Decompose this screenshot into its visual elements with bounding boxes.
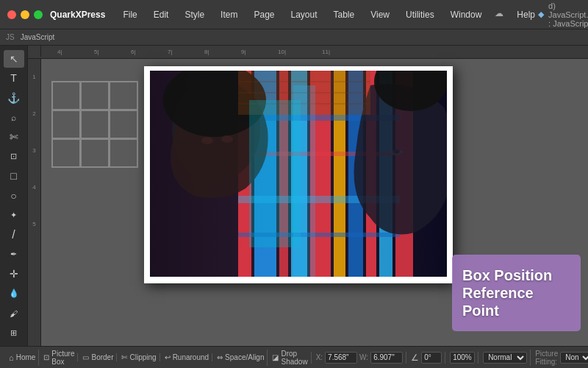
runaround-label: Runaround	[173, 353, 209, 361]
tool-pointer[interactable]: ↖	[4, 50, 24, 68]
ruler-mark: 10|	[278, 49, 286, 55]
grid-box[interactable]	[109, 138, 138, 168]
drop-shadow-label: Drop Shadow	[281, 350, 307, 366]
tool-link[interactable]: ⚓	[4, 89, 24, 107]
grid-box[interactable]	[80, 110, 110, 139]
w-input[interactable]	[370, 352, 403, 364]
w-label: W:	[359, 353, 368, 361]
tool-eyedropper[interactable]: 💧	[4, 285, 24, 302]
ruler-mark: 9|	[241, 49, 246, 55]
menu-utilities[interactable]: Utilities	[403, 8, 437, 21]
main-content: ↖ T ⚓ ⌕ ✄ ⊡ □ ○ ✦ / ✒ ✛ 💧 🖌 ⊞ 4| 5| 6| 7…	[0, 46, 588, 346]
clipping-label: Clipping	[129, 353, 156, 361]
menu-help[interactable]: Help	[514, 8, 538, 21]
picture-box-label: Picture Box	[51, 350, 74, 366]
clipping-icon: ✄	[121, 353, 127, 361]
ruler-mark: 6|	[131, 49, 136, 55]
svg-point-18	[221, 135, 233, 143]
ruler-mark: 4|	[57, 49, 62, 55]
tool-text[interactable]: T	[4, 70, 24, 88]
status-picture-box: ⊡ Picture Box	[38, 350, 74, 366]
x-input[interactable]	[325, 352, 357, 364]
space-align-icon: ⇔	[217, 353, 223, 361]
close-button[interactable]	[7, 10, 16, 19]
ruler-mark: 8|	[204, 49, 209, 55]
ruler-v-mark: 5	[32, 221, 35, 227]
tool-brush[interactable]: 🖌	[4, 305, 24, 322]
status-angle: ∠	[406, 352, 442, 364]
runaround-icon: ↩	[165, 353, 171, 361]
tool-circle[interactable]: ○	[4, 187, 24, 205]
ruler-v-mark: 4	[32, 184, 35, 191]
space-align-label: Space/Align	[225, 353, 264, 361]
status-normal: Normal Multiply	[478, 352, 527, 364]
tool-pen[interactable]: ✒	[4, 246, 24, 263]
svg-point-20	[392, 149, 400, 154]
status-clipping: ✄ Clipping	[116, 353, 156, 361]
ruler-top: 4| 5| 6| 7| 8| 9| 10| 11|	[28, 46, 588, 59]
statusbar: ⌂ Home ⊡ Picture Box ▭ Border ✄ Clipping…	[0, 346, 588, 368]
art-canvas	[150, 71, 447, 277]
drop-shadow-icon: ◪	[272, 353, 279, 361]
border-label: Border	[91, 353, 113, 361]
border-icon: ▭	[82, 353, 89, 361]
menu-window[interactable]: Window	[448, 8, 485, 21]
grid-box[interactable]	[109, 81, 138, 110]
grid-box[interactable]	[51, 110, 81, 139]
home-label: Home	[16, 353, 36, 361]
ruler-v-mark: 2	[32, 110, 35, 117]
ruler-v-mark: 3	[32, 147, 35, 154]
tool-picture[interactable]: ⊡	[4, 148, 24, 166]
menu-view[interactable]: View	[368, 8, 392, 21]
tool-move[interactable]: ✛	[4, 266, 24, 283]
app-title: QuarkXPress	[50, 10, 105, 20]
js-label: JavaScript	[21, 33, 55, 41]
menu-bar: File Edit Style Item Page Layout Table V…	[120, 8, 538, 21]
menu-edit[interactable]: Edit	[151, 8, 172, 21]
ruler-v-mark: 1	[32, 74, 35, 80]
tool-zoom[interactable]: ⌕	[4, 109, 24, 127]
picture-fitting-label: Picture Fitting:	[535, 350, 558, 366]
artwork-image[interactable]	[150, 71, 447, 277]
grid-box[interactable]	[109, 110, 138, 139]
canvas-area: 4| 5| 6| 7| 8| 9| 10| 11| 1 2 3 4 5	[28, 46, 588, 346]
svg-rect-26	[293, 85, 315, 277]
grid-box[interactable]	[80, 138, 110, 168]
grid-box[interactable]	[51, 81, 81, 110]
minimize-button[interactable]	[21, 10, 29, 19]
menu-table[interactable]: Table	[331, 8, 358, 21]
menu-layout[interactable]: Layout	[287, 8, 320, 21]
tool-scissors[interactable]: ✄	[4, 128, 24, 146]
status-drop-shadow: ◪ Drop Shadow	[267, 350, 307, 366]
menu-item[interactable]: Item	[218, 8, 240, 21]
ruler-mark: 5|	[94, 49, 99, 55]
ruler-left: 1 2 3 4 5	[28, 59, 41, 346]
normal-select[interactable]: Normal Multiply	[483, 352, 527, 364]
secondary-toolbar: JS JavaScript	[0, 29, 588, 46]
js-icon: JS	[6, 33, 15, 41]
ruler-mark: 7|	[168, 49, 173, 55]
grid-boxes	[51, 81, 135, 165]
scale-input[interactable]	[450, 352, 475, 364]
ruler-mark: 11|	[322, 49, 330, 55]
menu-style[interactable]: Style	[182, 8, 207, 21]
tool-line[interactable]: /	[4, 226, 24, 244]
window-controls	[7, 10, 43, 19]
tool-box[interactable]: □	[4, 168, 24, 185]
grid-box[interactable]	[80, 81, 110, 110]
tool-grid[interactable]: ⊞	[4, 324, 24, 342]
cloud-icon: ☁	[495, 8, 503, 21]
angle-input[interactable]	[421, 352, 442, 364]
file-badge: ◆ d) JavaScript.qxp : JavaScript	[538, 1, 588, 28]
maximize-button[interactable]	[34, 10, 43, 19]
status-coords: X: W:	[311, 352, 404, 364]
picture-fitting-select[interactable]: None	[560, 352, 588, 364]
grid-box[interactable]	[51, 138, 81, 168]
svg-point-17	[201, 137, 213, 144]
tool-star[interactable]: ✦	[4, 207, 24, 224]
status-scale	[445, 352, 475, 364]
menu-page[interactable]: Page	[251, 8, 277, 21]
angle-icon: ∠	[411, 353, 419, 363]
status-runaround: ↩ Runaround	[159, 353, 209, 361]
menu-file[interactable]: File	[120, 8, 140, 21]
